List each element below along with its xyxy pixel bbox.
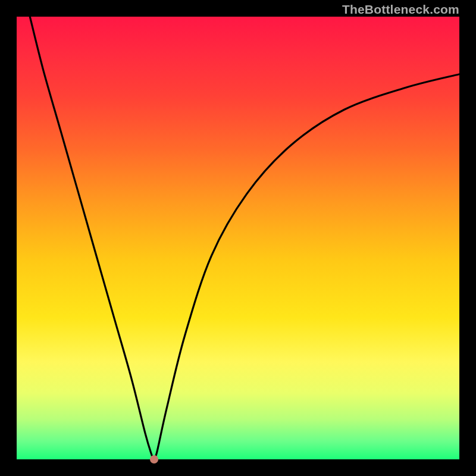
- watermark-text: TheBottleneck.com: [342, 2, 459, 17]
- chart-frame: TheBottleneck.com: [0, 0, 476, 476]
- plot-area: [17, 17, 459, 459]
- bottleneck-curve: [30, 17, 459, 459]
- curve-svg: [17, 17, 459, 459]
- optimal-point-marker: [150, 455, 158, 464]
